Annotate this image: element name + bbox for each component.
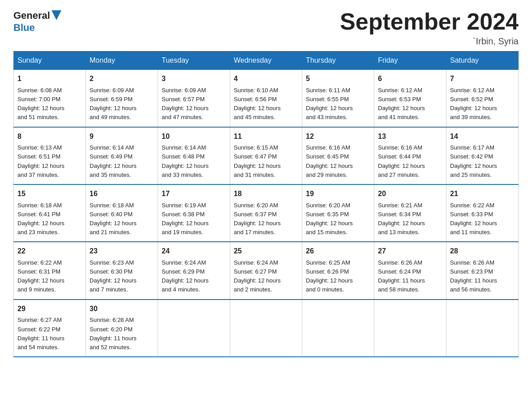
day-info: Sunrise: 6:21 AMSunset: 6:34 PMDaylight:… bbox=[378, 202, 425, 235]
day-info: Sunrise: 6:12 AMSunset: 6:53 PMDaylight:… bbox=[378, 87, 425, 120]
day-number: 12 bbox=[306, 131, 370, 142]
calendar-cell: 5Sunrise: 6:11 AMSunset: 6:55 PMDaylight… bbox=[302, 69, 374, 127]
day-info: Sunrise: 6:24 AMSunset: 6:29 PMDaylight:… bbox=[162, 259, 209, 293]
calendar-cell: 6Sunrise: 6:12 AMSunset: 6:53 PMDaylight… bbox=[374, 69, 446, 127]
day-number: 11 bbox=[234, 131, 298, 142]
week-row-3: 15Sunrise: 6:18 AMSunset: 6:41 PMDayligh… bbox=[14, 184, 519, 242]
day-info: Sunrise: 6:22 AMSunset: 6:33 PMDaylight:… bbox=[450, 202, 497, 235]
calendar-cell bbox=[374, 300, 446, 357]
day-info: Sunrise: 6:09 AMSunset: 6:59 PMDaylight:… bbox=[90, 87, 137, 120]
day-number: 2 bbox=[90, 73, 154, 85]
day-number: 24 bbox=[162, 246, 226, 257]
day-number: 30 bbox=[90, 304, 154, 315]
day-number: 7 bbox=[450, 73, 515, 85]
day-info: Sunrise: 6:18 AMSunset: 6:40 PMDaylight:… bbox=[90, 202, 137, 235]
day-number: 25 bbox=[234, 246, 298, 257]
title-block: September 2024 `Irbin, Syria bbox=[340, 9, 519, 47]
day-info: Sunrise: 6:19 AMSunset: 6:38 PMDaylight:… bbox=[162, 202, 209, 235]
day-number: 20 bbox=[378, 188, 442, 200]
day-info: Sunrise: 6:14 AMSunset: 6:49 PMDaylight:… bbox=[90, 144, 137, 178]
location: `Irbin, Syria bbox=[340, 36, 519, 47]
day-info: Sunrise: 6:08 AMSunset: 7:00 PMDaylight:… bbox=[17, 87, 64, 120]
day-number: 16 bbox=[90, 188, 154, 200]
day-info: Sunrise: 6:26 AMSunset: 6:23 PMDaylight:… bbox=[450, 259, 497, 293]
weekday-thursday: Thursday bbox=[302, 51, 374, 69]
week-row-4: 22Sunrise: 6:22 AMSunset: 6:31 PMDayligh… bbox=[14, 242, 519, 299]
day-number: 5 bbox=[306, 73, 370, 85]
day-number: 13 bbox=[378, 131, 442, 142]
calendar-cell: 22Sunrise: 6:22 AMSunset: 6:31 PMDayligh… bbox=[14, 242, 86, 299]
day-number: 10 bbox=[162, 131, 226, 142]
weekday-wednesday: Wednesday bbox=[230, 51, 302, 69]
calendar-cell: 14Sunrise: 6:17 AMSunset: 6:42 PMDayligh… bbox=[446, 127, 519, 184]
calendar-cell: 10Sunrise: 6:14 AMSunset: 6:48 PMDayligh… bbox=[158, 127, 230, 184]
page-header: General Blue September 2024 `Irbin, Syri… bbox=[13, 9, 519, 47]
day-info: Sunrise: 6:20 AMSunset: 6:35 PMDaylight:… bbox=[306, 202, 353, 235]
day-number: 6 bbox=[378, 73, 442, 85]
day-info: Sunrise: 6:10 AMSunset: 6:56 PMDaylight:… bbox=[234, 87, 281, 120]
day-number: 17 bbox=[162, 188, 226, 200]
calendar-cell: 9Sunrise: 6:14 AMSunset: 6:49 PMDaylight… bbox=[86, 127, 158, 184]
calendar-cell: 25Sunrise: 6:24 AMSunset: 6:27 PMDayligh… bbox=[230, 242, 302, 299]
day-info: Sunrise: 6:15 AMSunset: 6:47 PMDaylight:… bbox=[234, 144, 281, 178]
calendar-cell: 29Sunrise: 6:27 AMSunset: 6:22 PMDayligh… bbox=[14, 300, 86, 357]
calendar-cell bbox=[158, 300, 230, 357]
calendar-cell: 3Sunrise: 6:09 AMSunset: 6:57 PMDaylight… bbox=[158, 69, 230, 127]
calendar-cell bbox=[302, 300, 374, 357]
logo-text-blue: Blue bbox=[13, 22, 35, 33]
day-info: Sunrise: 6:17 AMSunset: 6:42 PMDaylight:… bbox=[450, 144, 497, 178]
month-title: September 2024 bbox=[340, 9, 519, 34]
day-info: Sunrise: 6:12 AMSunset: 6:52 PMDaylight:… bbox=[450, 87, 497, 120]
logo-triangle-icon bbox=[51, 10, 61, 20]
weekday-friday: Friday bbox=[374, 51, 446, 69]
day-info: Sunrise: 6:26 AMSunset: 6:24 PMDaylight:… bbox=[378, 259, 425, 293]
day-info: Sunrise: 6:28 AMSunset: 6:20 PMDaylight:… bbox=[90, 317, 137, 350]
day-info: Sunrise: 6:23 AMSunset: 6:30 PMDaylight:… bbox=[90, 259, 137, 293]
calendar-table: SundayMondayTuesdayWednesdayThursdayFrid… bbox=[13, 51, 519, 357]
day-number: 4 bbox=[234, 73, 298, 85]
day-number: 3 bbox=[162, 73, 226, 85]
calendar-cell: 21Sunrise: 6:22 AMSunset: 6:33 PMDayligh… bbox=[446, 184, 519, 242]
day-number: 9 bbox=[90, 131, 154, 142]
weekday-monday: Monday bbox=[86, 51, 158, 69]
calendar-cell: 17Sunrise: 6:19 AMSunset: 6:38 PMDayligh… bbox=[158, 184, 230, 242]
calendar-cell: 16Sunrise: 6:18 AMSunset: 6:40 PMDayligh… bbox=[86, 184, 158, 242]
calendar-cell: 30Sunrise: 6:28 AMSunset: 6:20 PMDayligh… bbox=[86, 300, 158, 357]
day-number: 19 bbox=[306, 188, 370, 200]
day-number: 27 bbox=[378, 246, 442, 257]
day-number: 8 bbox=[17, 131, 82, 142]
calendar-cell: 18Sunrise: 6:20 AMSunset: 6:37 PMDayligh… bbox=[230, 184, 302, 242]
week-row-2: 8Sunrise: 6:13 AMSunset: 6:51 PMDaylight… bbox=[14, 127, 519, 184]
day-number: 18 bbox=[234, 188, 298, 200]
calendar-cell: 8Sunrise: 6:13 AMSunset: 6:51 PMDaylight… bbox=[14, 127, 86, 184]
calendar-cell: 24Sunrise: 6:24 AMSunset: 6:29 PMDayligh… bbox=[158, 242, 230, 299]
day-number: 22 bbox=[17, 246, 82, 257]
calendar-cell: 19Sunrise: 6:20 AMSunset: 6:35 PMDayligh… bbox=[302, 184, 374, 242]
day-info: Sunrise: 6:13 AMSunset: 6:51 PMDaylight:… bbox=[17, 144, 64, 178]
calendar-cell: 23Sunrise: 6:23 AMSunset: 6:30 PMDayligh… bbox=[86, 242, 158, 299]
day-number: 26 bbox=[306, 246, 370, 257]
day-info: Sunrise: 6:27 AMSunset: 6:22 PMDaylight:… bbox=[17, 317, 64, 350]
day-info: Sunrise: 6:25 AMSunset: 6:26 PMDaylight:… bbox=[306, 259, 353, 293]
calendar-cell: 11Sunrise: 6:15 AMSunset: 6:47 PMDayligh… bbox=[230, 127, 302, 184]
svg-marker-0 bbox=[51, 10, 61, 20]
day-number: 28 bbox=[450, 246, 515, 257]
calendar-cell: 1Sunrise: 6:08 AMSunset: 7:00 PMDaylight… bbox=[14, 69, 86, 127]
calendar-cell: 2Sunrise: 6:09 AMSunset: 6:59 PMDaylight… bbox=[86, 69, 158, 127]
day-info: Sunrise: 6:16 AMSunset: 6:45 PMDaylight:… bbox=[306, 144, 353, 178]
calendar-cell: 13Sunrise: 6:16 AMSunset: 6:44 PMDayligh… bbox=[374, 127, 446, 184]
calendar-cell: 27Sunrise: 6:26 AMSunset: 6:24 PMDayligh… bbox=[374, 242, 446, 299]
day-number: 1 bbox=[17, 73, 82, 85]
calendar-cell bbox=[230, 300, 302, 357]
calendar-cell: 28Sunrise: 6:26 AMSunset: 6:23 PMDayligh… bbox=[446, 242, 519, 299]
day-number: 15 bbox=[17, 188, 82, 200]
day-info: Sunrise: 6:14 AMSunset: 6:48 PMDaylight:… bbox=[162, 144, 209, 178]
calendar-cell: 7Sunrise: 6:12 AMSunset: 6:52 PMDaylight… bbox=[446, 69, 519, 127]
logo: General Blue bbox=[13, 9, 61, 34]
day-number: 21 bbox=[450, 188, 515, 200]
day-info: Sunrise: 6:20 AMSunset: 6:37 PMDaylight:… bbox=[234, 202, 281, 235]
week-row-5: 29Sunrise: 6:27 AMSunset: 6:22 PMDayligh… bbox=[14, 300, 519, 357]
calendar-cell: 15Sunrise: 6:18 AMSunset: 6:41 PMDayligh… bbox=[14, 184, 86, 242]
calendar-cell bbox=[446, 300, 519, 357]
week-row-1: 1Sunrise: 6:08 AMSunset: 7:00 PMDaylight… bbox=[14, 69, 519, 127]
